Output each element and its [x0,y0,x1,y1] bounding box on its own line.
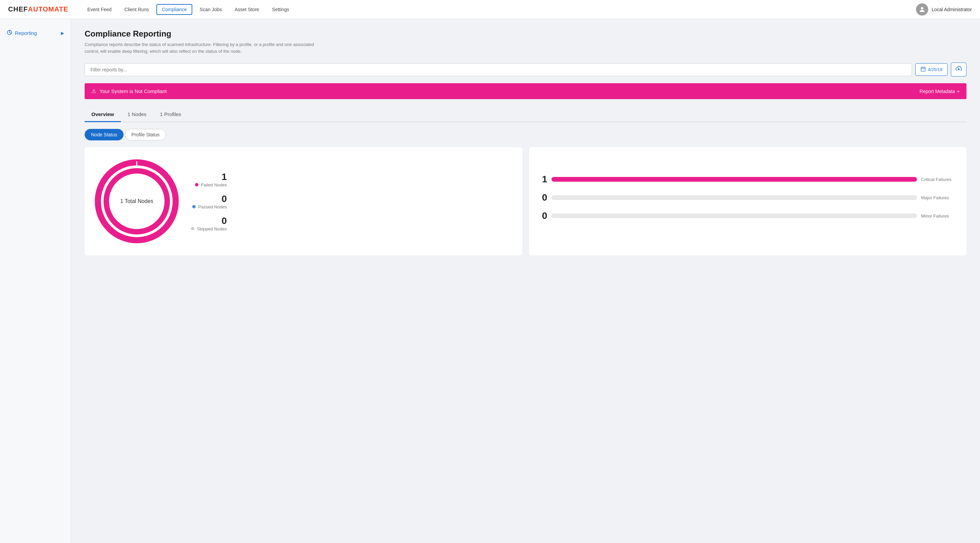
minor-count: 0 [537,210,547,221]
nav-scan-jobs[interactable]: Scan Jobs [194,4,227,15]
date-picker-button[interactable]: 4/25/19 [915,63,948,76]
skipped-dot [191,227,194,230]
avatar [916,3,928,16]
svg-rect-4 [921,67,925,71]
main-content: Compliance Reporting Compliance reports … [71,19,980,543]
svg-point-0 [921,7,923,9]
passed-count: 0 [222,194,227,204]
legend-skipped: 0 Skipped Nodes [191,216,227,232]
charts-row: 1 Total Nodes 1 Failed Nodes 0 [84,147,966,256]
reporting-icon [7,30,12,36]
major-label: Major Failures [921,195,958,200]
sidebar-item-reporting[interactable]: Reporting ▶ [0,26,71,40]
nav-asset-store[interactable]: Asset Store [229,4,264,15]
bar-chart-card: 1 Critical Failures 0 Major Failures 0 [529,147,967,256]
compliance-alert-banner: ⚠ Your System is Not Compliant Report Me… [84,83,966,99]
donut-chart: 1 Total Nodes [93,157,181,245]
svg-line-3 [10,32,11,33]
cloud-download-icon [955,66,962,73]
bar-minor: 0 Minor Failures [537,210,959,221]
admin-label: Local Administrator [932,7,972,12]
nav-client-runs[interactable]: Client Runs [119,4,154,15]
status-toggle-group: Node Status Profile Status [84,129,966,140]
alert-left: ⚠ Your System is Not Compliant [91,88,167,94]
tab-profiles[interactable]: 1 Profiles [153,107,188,122]
passed-dot [192,205,196,208]
plus-icon: + [957,89,960,94]
failed-count: 1 [222,171,227,183]
node-status-toggle[interactable]: Node Status [84,129,124,140]
filter-bar: 4/25/19 [84,63,966,76]
donut-chart-card: 1 Total Nodes 1 Failed Nodes 0 [84,147,522,256]
critical-bar-fill [552,177,917,182]
nav-settings[interactable]: Settings [267,4,295,15]
profile-status-toggle[interactable]: Profile Status [125,129,166,140]
nav-event-feed[interactable]: Event Feed [82,4,117,15]
nav-compliance[interactable]: Compliance [156,4,192,15]
tabs: Overview 1 Nodes 1 Profiles [84,107,966,122]
svg-point-11 [106,171,167,232]
major-bar-track [552,195,917,200]
logo-automate: AUTOMATE [28,5,68,13]
bar-critical: 1 Critical Failures [537,174,959,185]
report-metadata-button[interactable]: Report Metadata + [920,89,960,94]
critical-bar-track [552,177,917,182]
major-count: 0 [537,192,547,203]
donut-legend: 1 Failed Nodes 0 Passed Nodes [191,171,227,232]
critical-count: 1 [537,174,547,185]
sidebar: Reporting ▶ [0,19,71,543]
date-label: 4/25/19 [928,67,942,72]
failed-dot [195,183,198,186]
top-navigation: CHEFAUTOMATE Event Feed Client Runs Comp… [0,0,980,19]
sidebar-arrow-icon: ▶ [61,31,64,35]
filter-input[interactable] [84,63,912,76]
tab-nodes[interactable]: 1 Nodes [121,107,153,122]
report-metadata-label: Report Metadata [920,89,955,94]
nav-right: Local Administrator [916,3,972,16]
legend-passed: 0 Passed Nodes [191,194,227,210]
minor-label: Minor Failures [921,213,958,219]
minor-bar-track [552,213,917,218]
warning-icon: ⚠ [91,88,96,94]
page-title: Compliance Reporting [84,29,966,38]
skipped-label: Skipped Nodes [197,226,227,232]
skipped-count: 0 [222,216,227,226]
sidebar-item-label: Reporting [15,30,37,36]
logo: CHEFAUTOMATE [8,5,68,13]
passed-label: Passed Nodes [198,204,227,210]
nav-links: Event Feed Client Runs Compliance Scan J… [82,4,916,15]
download-button[interactable] [951,63,966,76]
logo-chef: CHEF [8,5,28,13]
calendar-icon [920,66,926,73]
failed-label: Failed Nodes [201,183,227,187]
alert-message: Your System is Not Compliant [100,88,167,94]
critical-label: Critical Failures [921,177,958,182]
layout: Reporting ▶ Compliance Reporting Complia… [0,19,980,543]
svg-point-9 [98,162,176,240]
legend-failed: 1 Failed Nodes [191,171,227,187]
page-description: Compliance reports describe the status o… [84,41,315,54]
bar-major: 0 Major Failures [537,192,959,203]
tab-overview[interactable]: Overview [84,107,121,122]
